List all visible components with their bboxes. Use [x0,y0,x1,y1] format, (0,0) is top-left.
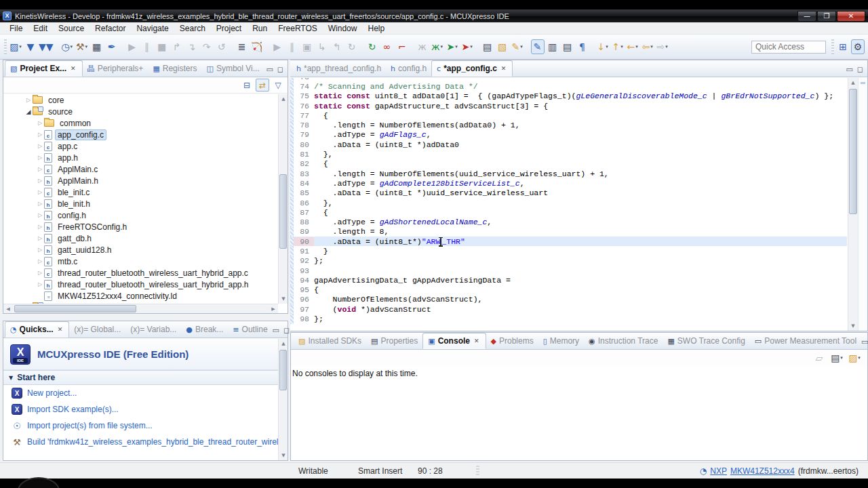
quickstart-link-import-sdk-example-s-[interactable]: XImport SDK example(s)... [3,401,278,418]
close-button[interactable]: ✕ [837,11,865,22]
code-line-76[interactable]: 76static const gapAdStructure_t advScanS… [290,101,847,110]
menu-edit[interactable]: Edit [28,23,53,34]
tree-expander-icon[interactable]: ▷ [36,258,44,264]
code-line-77[interactable]: 77 { [290,110,847,120]
instruction-stepping-icon[interactable]: ≣ [235,39,249,54]
maximize-panel-icon[interactable]: ◻ [283,326,290,335]
code-line-86[interactable]: 86 }, [290,198,847,207]
code-line-98[interactable]: 98}; [290,314,847,323]
tree-item-app-c[interactable]: ▷capp.c [3,140,278,152]
highlight-button[interactable]: ✎ [531,39,545,54]
back-history-button[interactable]: ←▾ [626,39,639,54]
tab-installed-sdks[interactable]: ▨Installed SDKs [294,333,366,349]
tab-problems[interactable]: ◆Problems [486,333,538,349]
editor-vertical-scrollbar[interactable]: ▲ ▼ [848,78,858,331]
menu-search[interactable]: Search [174,23,211,34]
tree-expander-icon[interactable]: ▷ [36,247,44,253]
tree-item-thread-router-bluetooth-wireless-uart-hybrid-app-c[interactable]: ▷cthread_router_bluetooth_wireless_uart_… [3,267,278,279]
menu-project[interactable]: Project [211,23,247,34]
scroll-up-arrow[interactable]: ▲ [279,94,288,104]
save-button[interactable]: ▼ [24,39,37,54]
open-console-button[interactable]: ▨▾ [848,350,861,365]
maximize-button[interactable]: ❐ [817,11,836,22]
tab-outline[interactable]: ≡Outline [228,321,272,338]
debug-step3-icon[interactable]: ↻ [345,39,359,54]
minimize-panel-icon[interactable]: ▭ [273,326,279,335]
tab--x-variab-[interactable]: (x)= Variab... [125,321,181,338]
tree-item-app-h[interactable]: ▷happ.h [3,152,278,163]
code-line-80[interactable]: 80 .aData = (uint8_t *)adData0 [290,140,847,149]
resume-button[interactable]: ▶ [125,39,139,54]
tree-item-applmain-h[interactable]: ▷hApplMain.h [3,175,278,186]
tree-expander-icon[interactable]: ▷ [24,97,33,103]
link-icon[interactable]: ∞ [380,39,394,54]
title-bar[interactable]: X KinetisWireless - Develop - frdmkw41z_… [0,9,868,22]
maximize-panel-icon[interactable]: ◻ [857,65,863,74]
tab--app-config-c[interactable]: c*app_config.c✕ [431,60,513,77]
last-edit-down-button[interactable]: ↓▾ [596,39,610,54]
menu-window[interactable]: Window [323,23,363,34]
tree-expander-icon[interactable]: ▷ [36,143,44,149]
pin-console-button[interactable]: ▱ [812,350,826,365]
editor-overview-ruler[interactable] [858,78,867,331]
view-menu-button[interactable]: ▽ [271,79,285,92]
tree-expander-icon[interactable]: ▷ [36,235,44,241]
code-line-96[interactable]: 96 NumberOfElements(advScanStruct), [290,295,847,304]
quickstart-link-new-project-[interactable]: XNew project... [3,385,278,401]
tree-expander-icon[interactable]: ▷ [36,131,44,138]
develop-perspective-button[interactable]: ⚙ [851,39,865,54]
code-line-79[interactable]: 79 .adType = gAdFlags_c, [290,130,847,140]
tab-quicks-[interactable]: ◔Quicks...✕ [5,321,69,338]
tree-item-mkw41z512xxx4-connectivity-ld[interactable]: ≡MKW41Z512xxx4_connectivity.ld [3,290,278,302]
menu-freertos[interactable]: FreeRTOS [273,23,323,34]
scroll-down-arrow[interactable]: ▼ [279,294,288,304]
menu-file[interactable]: File [4,23,28,34]
debug-resume-icon[interactable]: ▶ [271,39,284,54]
code-line-83[interactable]: 83 .length = NumberOfElements(uuid_servi… [290,169,847,178]
tab-close-icon[interactable]: ✕ [500,64,508,73]
tab-close-icon[interactable]: ✕ [69,64,77,73]
tab-symbol-vi-[interactable]: ◫Symbol Vi... [201,60,264,77]
tree-expander-icon[interactable]: ▷ [36,178,44,184]
forward-button[interactable]: ⇨▾ [656,39,669,54]
tab-config-h[interactable]: hconfig.h [386,60,431,77]
code-line-74[interactable]: 74/* Scanning and Advertising Data */ [290,81,847,91]
quickstart-link-import-project-s-from-file-sys[interactable]: ☉Import project(s) from file system... [3,418,278,434]
terminate-button[interactable]: ■ [155,39,169,54]
show-whitespace-button[interactable]: ¶ [576,39,589,54]
code-line-88[interactable]: 88 .adType = gAdShortenedLocalName_c, [290,217,847,226]
new-wizard-button[interactable]: ▨▾ [9,39,22,54]
explorer-vertical-scrollbar[interactable]: ▲ ▼ [278,94,288,304]
tree-expander-icon[interactable]: ▷ [36,212,44,218]
tab-power-measurement-tool[interactable]: ▭Power Measurement Tool [750,333,861,349]
open-perspective-button[interactable]: ⊞ [836,39,850,54]
quick-access-input[interactable] [751,41,826,54]
save-all-button[interactable]: ▼▼ [39,39,54,54]
flash-boot-icon[interactable]: ⌐ [395,39,409,54]
tab--x-global-[interactable]: (x)= Global... [69,321,125,338]
debug-step1-icon[interactable]: ↳ [315,39,329,54]
section-collapse-arrow[interactable]: ▼ [9,375,13,381]
run-secure-button[interactable]: ➤▾ [460,39,474,54]
menu-run[interactable]: Run [247,23,273,34]
profile-icon[interactable]: 🏹 [250,39,264,54]
code-line-81[interactable]: 81 }, [290,149,847,159]
code-editor[interactable]: 7374/* Scanning and Advertising Data */7… [290,78,847,331]
debug-step2-icon[interactable]: ↰ [330,39,344,54]
code-line-84[interactable]: 84 .adType = gAdComplete128bitServiceLis… [290,178,847,188]
tree-expander-icon[interactable]: ▷ [36,166,44,172]
tree-expander-icon[interactable]: ▷ [36,155,44,161]
tree-item-thread-router-bluetooth-wireless-uart-hybrid-app-h[interactable]: ▷hthread_router_bluetooth_wireless_uart_… [3,279,278,290]
tree-item-app-config-c[interactable]: ▷capp_config.c [3,129,278,140]
tree-expander-icon[interactable]: ◢ [24,108,33,115]
suspend-button[interactable]: ∥ [140,39,154,54]
paintbrush-button[interactable]: ✎▾ [511,39,524,54]
tree-item-freertosconfig-h[interactable]: ▷hFreeRTOSConfig.h [3,221,278,232]
tab-close-icon[interactable]: ✕ [56,325,64,333]
debug-stop-icon[interactable]: ▣ [300,39,314,54]
tree-expander-icon[interactable]: ▷ [36,224,44,230]
next-annotation-icon[interactable]: ▥ [546,39,559,54]
code-line-93[interactable]: 93 [290,266,847,275]
quickstart-vertical-scrollbar[interactable]: ▲ ▼ [278,339,288,460]
step-return-button[interactable]: ↺ [215,39,229,54]
